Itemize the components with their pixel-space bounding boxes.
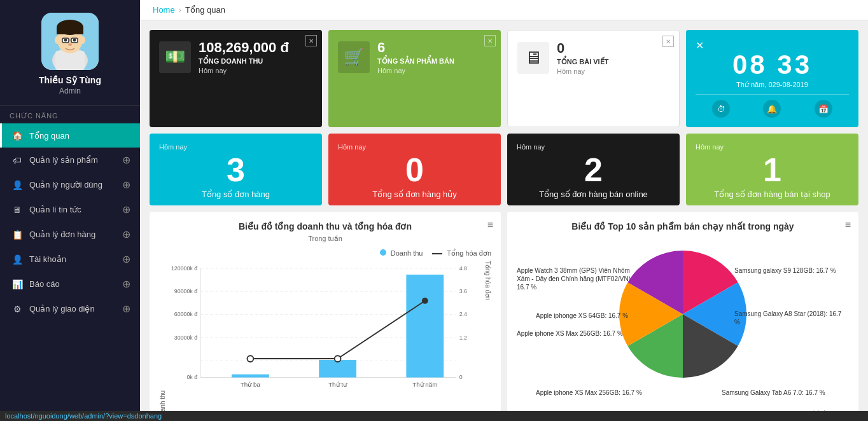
stat2-don-hang-desc: Tổng số đơn hàng — [159, 190, 312, 199]
sidebar-item-tin-tuc[interactable]: 🖥 Quản lí tin tức ⊕ — [0, 197, 140, 222]
stat2-don-hang: Hôm nay 3 Tổng số đơn hàng — [150, 134, 322, 205]
avatar-image — [41, 13, 99, 70]
sidebar-item-label: Tổng quan — [29, 131, 69, 141]
bar-chart-title: Biểu đồ tổng doanh thu và tổng hóa đơn — [159, 221, 491, 231]
svg-text:0k đ: 0k đ — [186, 374, 197, 380]
sidebar-item-giao-dien[interactable]: ⚙ Quản lý giao diện ⊕ — [0, 296, 140, 321]
doanh-thu-info: 108,269,000 đ TỔNG DOANH THU Hôm nay — [199, 39, 312, 74]
san-pham-label: TỔNG SẢN PHẨM BÁN — [377, 57, 491, 66]
svg-text:0: 0 — [459, 374, 463, 380]
pie-chart-menu-icon[interactable]: ≡ — [845, 219, 851, 231]
sidebar-item-label: Quản lý sản phẩm — [29, 155, 98, 165]
svg-text:120000k đ: 120000k đ — [171, 265, 197, 272]
status-url: localhost/nguoidung/web/admin/?view=dsdo… — [5, 412, 162, 420]
sidebar-item-tai-khoan[interactable]: 👤 Tài khoản ⊕ — [0, 247, 140, 272]
bar-chart-container: Doanh thu 120000k đ — [159, 261, 491, 420]
sidebar-item-tong-quan[interactable]: 🏠 Tổng quan — [0, 123, 140, 148]
san-pham-sub: Hôm nay — [377, 67, 491, 74]
bar-chart-svg: 120000k đ 90000k đ 60000k đ 30000k đ 0k … — [169, 261, 481, 401]
close-bai-viet[interactable]: ✕ — [662, 36, 674, 47]
bar-chart-card: Biểu đồ tổng doanh thu và tổng hóa đơn T… — [150, 212, 501, 421]
expand-icon: ⊕ — [122, 154, 130, 166]
stat2-don-hang-huy-desc: Tổng số đơn hàng hủy — [338, 190, 491, 199]
svg-rect-5 — [57, 27, 83, 34]
report-icon: 📊 — [11, 279, 23, 290]
svg-text:90000k đ: 90000k đ — [174, 288, 197, 294]
svg-point-13 — [80, 36, 85, 44]
bar-thu-nam — [406, 275, 444, 378]
pie-labels-right: Samsung galaxy S9 128GB: 16.7 % Samsung … — [734, 266, 849, 326]
bar-chart-legend: Doanh thu Tổng hóa đơn — [159, 249, 491, 258]
expand-icon: ⊕ — [122, 179, 130, 191]
pie-chart-card: Biểu đồ Top 10 sản phẩm bán chạy nhất tr… — [507, 212, 858, 421]
tong-hoa-don-legend-line — [432, 253, 442, 254]
bar-chart-menu-icon[interactable]: ≡ — [487, 219, 493, 231]
sidebar-item-san-pham[interactable]: 🏷 Quản lý sản phẩm ⊕ — [0, 148, 140, 172]
breadcrumb-home[interactable]: Home — [153, 5, 175, 15]
y-axis-left-label: Doanh thu — [159, 261, 166, 420]
bai-viet-value: 0 — [557, 40, 669, 57]
news-icon: 🖥 — [11, 204, 23, 216]
line-dot-thu-ba — [248, 355, 254, 362]
calendar-icon[interactable]: 📅 — [815, 100, 832, 118]
svg-point-12 — [55, 36, 60, 44]
line-dot-thu-tu — [335, 355, 341, 362]
chart-inner: 120000k đ 90000k đ 60000k đ 30000k đ 0k … — [169, 261, 481, 420]
stat-card-doanh-thu: ✕ 💵 108,269,000 đ TỔNG DOANH THU Hôm nay — [150, 30, 322, 127]
stat2-don-hang-online-desc: Tổng số đơn hàng bán online — [517, 190, 670, 199]
user-icon: 👤 — [11, 179, 23, 191]
user-name: Thiều Sỹ Tùng — [39, 75, 101, 85]
sidebar-item-bao-cao[interactable]: 📊 Báo cáo ⊕ — [0, 272, 140, 296]
charts-row: Biểu đồ tổng doanh thu và tổng hóa đơn T… — [150, 212, 858, 421]
order-icon: 📋 — [11, 229, 23, 240]
bai-viet-info: 0 TỔNG BÀI VIẾT Hôm nay — [557, 40, 669, 75]
clock-date: Thứ năm, 029-08-2019 — [696, 81, 849, 89]
stat-card-san-pham: ✕ 🛒 6 TỔNG SẢN PHẨM BÁN Hôm nay — [328, 30, 501, 127]
legend-doanh-thu: Doanh thu — [380, 249, 423, 258]
sidebar-item-don-hang[interactable]: 📋 Quản lý đơn hàng ⊕ — [0, 222, 140, 247]
section-label: Chức năng — [0, 106, 140, 123]
stat2-don-hang-huy-value: 0 — [338, 153, 491, 186]
stat2-don-hang-shop-desc: Tổng số đơn hàng bán tại shop — [696, 190, 849, 199]
stats-row-2: Hôm nay 3 Tổng số đơn hàng Hôm nay 0 Tổn… — [150, 134, 858, 205]
legend-tong-hoa-don: Tổng hóa đơn — [432, 249, 491, 258]
expand-icon: ⊕ — [122, 303, 130, 315]
stat2-don-hang-shop-label-top: Hôm nay — [696, 143, 849, 151]
sidebar-item-nguoi-dung[interactable]: 👤 Quản lý người dùng ⊕ — [0, 172, 140, 197]
expand-icon: ⊕ — [122, 253, 130, 265]
main-content: Home › Tổng quan ✕ 💵 108,269,000 đ TỔNG … — [140, 0, 868, 421]
account-icon: 👤 — [11, 254, 23, 265]
clock-circle-icon[interactable]: ⏱ — [712, 100, 730, 118]
stat2-don-hang-online: Hôm nay 2 Tổng số đơn hàng bán online — [507, 134, 680, 205]
svg-text:Thứ ba: Thứ ba — [241, 381, 261, 388]
close-san-pham[interactable]: ✕ — [484, 35, 496, 46]
line-dot-thu-nam — [422, 298, 428, 304]
bai-viet-icon: 🖥 — [517, 42, 549, 74]
bar-thu-ba — [232, 375, 269, 378]
sidebar-item-label: Tài khoản — [29, 254, 66, 264]
svg-text:3.6: 3.6 — [459, 288, 467, 294]
svg-text:Thứ năm: Thứ năm — [412, 381, 437, 388]
pie-chart-title: Biểu đồ Top 10 sản phẩm bán chạy nhất tr… — [517, 221, 849, 231]
stat2-don-hang-online-value: 2 — [517, 153, 670, 186]
svg-text:1.2: 1.2 — [459, 335, 467, 341]
svg-point-8 — [64, 39, 67, 42]
doanh-thu-legend-dot — [380, 249, 386, 256]
sidebar-profile: Thiều Sỹ Tùng Admin — [0, 0, 140, 106]
doanh-thu-value: 108,269,000 đ — [199, 39, 312, 56]
bell-icon[interactable]: 🔔 — [763, 100, 781, 118]
svg-point-9 — [73, 39, 76, 42]
stat2-don-hang-huy: Hôm nay 0 Tổng số đơn hàng hủy — [328, 134, 501, 205]
close-doanh-thu[interactable]: ✕ — [305, 35, 317, 46]
stat2-don-hang-shop-value: 1 — [696, 153, 849, 186]
sidebar-item-label: Quản lý đơn hàng — [29, 230, 95, 239]
sidebar-item-label: Quản lý người dùng — [29, 180, 102, 190]
y-axis-right-label: Tổng hóa đơn — [484, 261, 491, 420]
expand-icon: ⊕ — [122, 204, 130, 216]
content-area: ✕ 💵 108,269,000 đ TỔNG DOANH THU Hôm nay… — [140, 20, 868, 421]
sidebar-item-label: Báo cáo — [29, 279, 60, 289]
stat-card-bai-viet: ✕ 🖥 0 TỔNG BÀI VIẾT Hôm nay — [507, 30, 680, 127]
line-tong-hoa-don — [250, 301, 424, 359]
svg-point-11 — [68, 43, 72, 46]
product-icon: 🏷 — [11, 155, 23, 166]
